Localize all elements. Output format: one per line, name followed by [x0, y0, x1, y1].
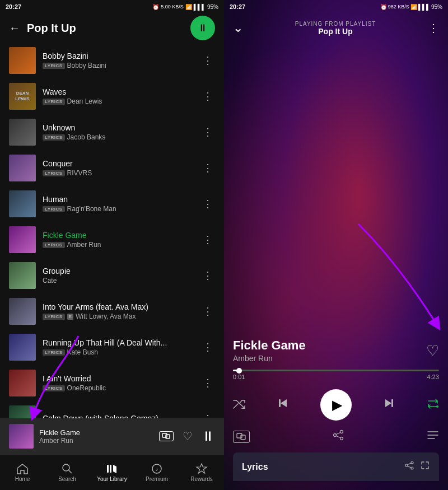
more-button[interactable]: ⋮ [200, 410, 215, 418]
more-button[interactable]: ⋮ [200, 375, 215, 391]
explicit-badge: E [67, 314, 73, 320]
list-item[interactable]: I Ain't Worried LYRICS OneRepublic ⋮ [0, 365, 224, 401]
home-icon [16, 463, 29, 475]
connect-devices-button[interactable] [233, 431, 250, 443]
song-art [9, 262, 36, 289]
list-item[interactable]: Running Up That Hill (A Deal With... LYR… [0, 329, 224, 365]
lyrics-badge: LYRICS [43, 242, 65, 248]
left-status-icons: ⏰ 5.00 KB/S 📶 ▌▌▌ 95% [152, 4, 218, 10]
nav-home[interactable]: Home [0, 463, 45, 482]
data-icon: 982 KB/S [388, 4, 409, 10]
now-playing-bar: Fickle Game Amber Run ♡ ⏸ [0, 418, 224, 454]
next-button[interactable] [382, 396, 396, 413]
song-meta: LYRICS Bobby Bazini [43, 62, 194, 69]
list-item[interactable]: Groupie Cate ⋮ [0, 258, 224, 293]
now-playing-controls: ♡ ⏸ [159, 428, 215, 444]
battery-icon: 95% [431, 4, 442, 10]
more-button[interactable]: ⋮ [200, 195, 215, 212]
playing-from-info: PLAYING FROM PLAYLIST Pop It Up [243, 21, 428, 36]
svg-rect-11 [279, 399, 281, 407]
right-status-bar: 20:27 ⏰ 982 KB/S 📶 ▌▌▌ 95% [224, 0, 448, 13]
alarm-icon: ⏰ [380, 4, 387, 10]
search-icon [61, 463, 73, 475]
previous-button[interactable] [276, 396, 290, 413]
nav-library[interactable]: Your Library [90, 463, 134, 482]
more-button[interactable]: ⋮ [200, 303, 215, 320]
svg-point-27 [411, 467, 413, 469]
nav-search[interactable]: Search [45, 463, 90, 482]
nav-rewards[interactable]: Rewards [179, 463, 224, 482]
song-art [9, 405, 36, 418]
svg-line-3 [69, 470, 72, 474]
more-button[interactable]: ⋮ [200, 160, 215, 176]
more-button[interactable]: ⋮ [200, 339, 215, 356]
more-button[interactable]: ⋮ [200, 124, 215, 141]
song-name: Conquer [43, 159, 194, 168]
now-playing-title: Fickle Game [39, 428, 153, 437]
right-panel: 20:27 ⏰ 982 KB/S 📶 ▌▌▌ 95% ⌄ PLAYING FRO… [224, 0, 448, 490]
heart-button[interactable]: ♡ [183, 430, 193, 443]
pause-button[interactable]: ⏸ [202, 428, 215, 444]
list-item-active[interactable]: Fickle Game LYRICS Amber Run ⋮ [0, 222, 224, 258]
song-name: Unknown [43, 123, 194, 132]
nav-premium[interactable]: ♪ Premium [134, 463, 179, 482]
queue-button[interactable] [427, 430, 439, 443]
connect-button[interactable] [159, 431, 174, 441]
svg-point-2 [63, 464, 69, 471]
lyrics-badge: LYRICS [43, 170, 65, 176]
more-button[interactable]: ⋮ [200, 267, 215, 284]
song-list: Bobby Bazini LYRICS Bobby Bazini ⋮ DEAN … [0, 43, 224, 418]
svg-rect-0 [162, 433, 167, 437]
right-header: ⌄ PLAYING FROM PLAYLIST Pop It Up ⋮ [224, 13, 448, 43]
nav-premium-label: Premium [146, 476, 168, 482]
song-meta: LYRICS Amber Run [43, 241, 194, 249]
back-button[interactable]: ← [9, 22, 20, 35]
song-artist: OneRepublic [67, 384, 106, 392]
pause-fab-button[interactable]: ⏸ [190, 16, 215, 40]
track-info: Fickle Game Amber Run [233, 338, 306, 363]
list-item[interactable]: Calm Down (with Selena Gomez) ⋮ [0, 401, 224, 418]
controls-row: ▶ [233, 389, 439, 421]
battery-icon: 95% [207, 4, 218, 10]
list-item[interactable]: Into Your Arms (feat. Ava Max) LYRICS E … [0, 293, 224, 329]
share-button[interactable] [333, 430, 344, 444]
play-button[interactable]: ▶ [320, 389, 352, 421]
lyrics-label: Lyrics [242, 462, 268, 472]
song-info: Human LYRICS Rag'n'Bone Man [43, 195, 194, 213]
time-row: 0:01 4:23 [233, 374, 439, 380]
song-name: Human [43, 195, 194, 204]
list-item[interactable]: Human LYRICS Rag'n'Bone Man ⋮ [0, 186, 224, 222]
svg-point-19 [340, 437, 343, 440]
progress-bar[interactable] [233, 370, 439, 371]
more-button[interactable]: ⋮ [200, 52, 215, 69]
library-icon [106, 463, 118, 475]
like-button[interactable]: ♡ [426, 342, 439, 360]
song-meta: LYRICS Kate Bush [43, 348, 194, 356]
song-meta: LYRICS E Witt Lowry, Ava Max [43, 312, 194, 320]
chevron-down-button[interactable]: ⌄ [233, 21, 243, 35]
lyrics-expand-button[interactable] [420, 460, 430, 473]
song-info: Calm Down (with Selena Gomez) [43, 414, 194, 418]
list-item[interactable]: Bobby Bazini LYRICS Bobby Bazini ⋮ [0, 43, 224, 78]
song-meta: LYRICS Jacob Banks [43, 133, 194, 141]
song-info: Unknown LYRICS Jacob Banks [43, 123, 194, 141]
lyrics-share-button[interactable] [404, 460, 414, 473]
song-name: Running Up That Hill (A Deal With... [43, 338, 194, 347]
album-art-area [224, 43, 448, 222]
pause-icon: ⏸ [198, 22, 208, 34]
song-info: I Ain't Worried LYRICS OneRepublic [43, 374, 194, 392]
more-button[interactable]: ⋮ [200, 231, 215, 248]
rewards-icon [195, 463, 208, 475]
lyrics-controls [404, 460, 430, 473]
next-icon [382, 396, 396, 410]
list-item[interactable]: Unknown LYRICS Jacob Banks ⋮ [0, 114, 224, 150]
shuffle-button[interactable] [233, 398, 245, 412]
lyrics-badge: LYRICS [43, 206, 65, 212]
song-art [9, 119, 36, 146]
repeat-button[interactable] [427, 398, 439, 412]
now-playing-info: Fickle Game Amber Run [39, 428, 153, 445]
list-item[interactable]: Conquer LYRICS RIVVRS ⋮ [0, 150, 224, 186]
more-button[interactable]: ⋮ [200, 88, 215, 105]
list-item[interactable]: DEAN LEWIS Waves LYRICS Dean Lewis ⋮ [0, 78, 224, 114]
more-options-button[interactable]: ⋮ [428, 21, 439, 35]
